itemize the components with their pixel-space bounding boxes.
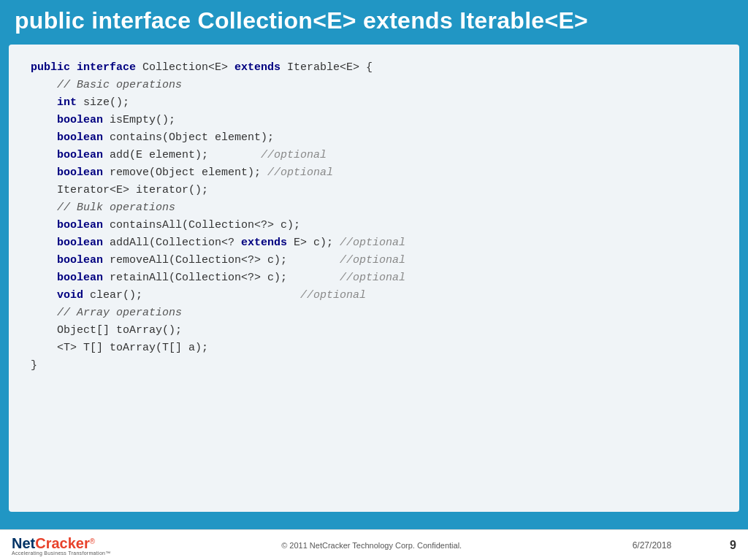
keyword: extends bbox=[241, 234, 294, 252]
keyword: boolean bbox=[57, 269, 110, 287]
code-text: Collection<E> bbox=[142, 59, 234, 77]
code-line: <T> T[] toArray(T[] a); bbox=[31, 340, 717, 357]
keyword: boolean bbox=[57, 164, 110, 182]
code-line: Object[] toArray(); bbox=[31, 322, 717, 340]
code-line: Iterator<E> iterator(); bbox=[31, 182, 717, 199]
optional-comment: //optional bbox=[287, 269, 405, 287]
code-line: boolean containsAll(Collection<?> c); bbox=[31, 217, 717, 234]
optional-comment: //optional bbox=[333, 234, 405, 252]
code-line: boolean addAll(Collection<? extends E> c… bbox=[31, 234, 717, 252]
code-text: containsAll(Collection<?> c); bbox=[110, 217, 300, 234]
keyword: void bbox=[57, 287, 90, 304]
code-text: Iterator<E> iterator(); bbox=[57, 182, 208, 199]
code-line: boolean removeAll(Collection<?> c); //op… bbox=[31, 252, 717, 269]
code-text: add(E element); bbox=[110, 147, 208, 164]
optional-comment: //optional bbox=[142, 287, 366, 304]
logo: NetCracker® Accelerating Business Transf… bbox=[12, 535, 111, 556]
code-line: boolean contains(Object element); bbox=[31, 129, 717, 147]
logo-subtitle: Accelerating Business Transformation™ bbox=[12, 551, 111, 556]
code-text: removeAll(Collection<?> c); bbox=[110, 252, 287, 269]
code-line: void clear(); //optional bbox=[31, 287, 717, 304]
comment: // Basic operations bbox=[57, 77, 182, 94]
code-text: } bbox=[31, 357, 37, 375]
keyword: boolean bbox=[57, 217, 110, 234]
keyword: int bbox=[57, 94, 83, 112]
code-line: // Array operations bbox=[31, 304, 717, 322]
optional-comment: //optional bbox=[287, 252, 405, 269]
footer-date: 6/27/2018 bbox=[633, 540, 671, 551]
keyword: boolean bbox=[57, 129, 110, 147]
logo-registered: ® bbox=[90, 537, 95, 545]
footer-right: 6/27/2018 9 bbox=[633, 539, 736, 552]
keyword: boolean bbox=[57, 147, 110, 164]
code-line: boolean isEmpty(); bbox=[31, 112, 717, 129]
logo-net: Net bbox=[12, 535, 35, 551]
code-text: isEmpty(); bbox=[110, 112, 175, 129]
code-block: public interface Collection<E> extends I… bbox=[31, 59, 717, 375]
main-content: public interface Collection<E> extends I… bbox=[9, 45, 739, 512]
optional-comment: //optional bbox=[261, 164, 333, 182]
code-text: Object[] toArray(); bbox=[57, 322, 182, 340]
code-text: retainAll(Collection<?> c); bbox=[110, 269, 287, 287]
optional-comment: //optional bbox=[208, 147, 327, 164]
footer-copyright: © 2011 NetCracker Technology Corp. Confi… bbox=[281, 541, 462, 550]
footer: NetCracker® Accelerating Business Transf… bbox=[0, 529, 748, 560]
code-line: boolean retainAll(Collection<?> c); //op… bbox=[31, 269, 717, 287]
code-line: // Bulk operations bbox=[31, 199, 717, 217]
code-text: E> c); bbox=[294, 234, 333, 252]
code-line: public interface Collection<E> extends I… bbox=[31, 59, 717, 77]
keyword: boolean bbox=[57, 112, 110, 129]
code-line: boolean remove(Object element); //option… bbox=[31, 164, 717, 182]
code-line: boolean add(E element); //optional bbox=[31, 147, 717, 164]
slide-number: 9 bbox=[730, 539, 736, 552]
keyword: public interface bbox=[31, 59, 142, 77]
code-line: } bbox=[31, 357, 717, 375]
code-text: <T> T[] toArray(T[] a); bbox=[57, 340, 208, 357]
code-text: remove(Object element); bbox=[110, 164, 261, 182]
comment: // Array operations bbox=[57, 304, 182, 322]
code-text: clear(); bbox=[90, 287, 142, 304]
keyword: boolean bbox=[57, 234, 110, 252]
keyword: boolean bbox=[57, 252, 110, 269]
comment: // Bulk operations bbox=[57, 199, 175, 217]
keyword: extends bbox=[234, 59, 287, 77]
logo-cracker: Cracker bbox=[35, 535, 90, 551]
code-text: addAll(Collection<? bbox=[110, 234, 241, 252]
code-text: size(); bbox=[83, 94, 129, 112]
code-text: Iterable<E> { bbox=[287, 59, 373, 77]
code-line: int size(); bbox=[31, 94, 717, 112]
slide-title: public interface Collection<E> extends I… bbox=[15, 7, 588, 34]
code-line: // Basic operations bbox=[31, 77, 717, 94]
header: public interface Collection<E> extends I… bbox=[0, 0, 748, 45]
code-text: contains(Object element); bbox=[110, 129, 274, 147]
